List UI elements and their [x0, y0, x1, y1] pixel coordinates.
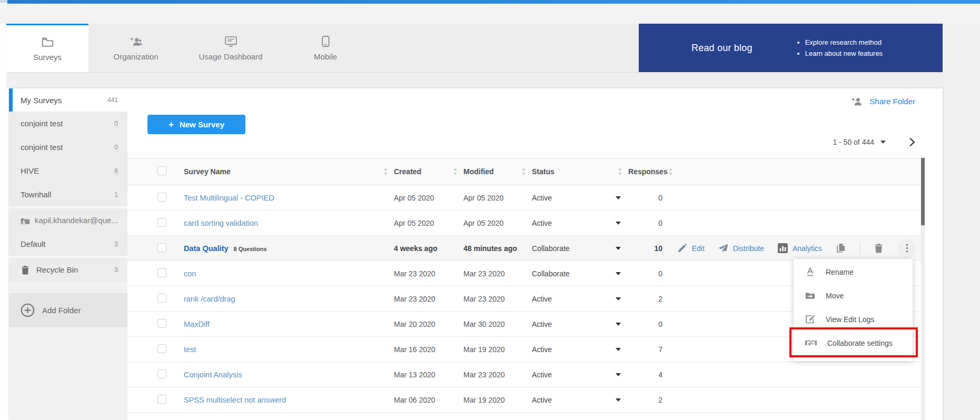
folder-icon: [42, 36, 54, 48]
folder-label: HIVE: [21, 166, 39, 175]
status-dropdown-caret[interactable]: [616, 373, 621, 376]
action-label: Analytics: [793, 244, 822, 253]
created-cell: Mar 20 2020: [394, 320, 463, 328]
select-all-checkbox[interactable]: [157, 166, 166, 175]
row-checkbox-cell: [127, 344, 184, 355]
survey-name-link[interactable]: SPSS multiselect not answerd: [184, 396, 286, 404]
status-cell: Active: [532, 295, 628, 303]
header-status[interactable]: Status: [532, 167, 628, 176]
menu-item-collaborate-settings[interactable]: Collaborate settings: [794, 331, 913, 355]
table-scrollbar[interactable]: [921, 158, 925, 420]
row-checkbox[interactable]: [157, 193, 166, 202]
action-label: Distribute: [733, 244, 764, 253]
sort-icon[interactable]: [383, 168, 389, 175]
sidebar-item-default[interactable]: Default 3: [9, 232, 127, 256]
survey-name-link[interactable]: Conjoint Analysis: [184, 371, 242, 379]
survey-name-link[interactable]: rank /card/drag: [184, 295, 235, 303]
survey-name-link[interactable]: card sorting validation: [184, 219, 258, 227]
table-row[interactable]: Conjoint AnalysisMar 13 2020Mar 23 2020A…: [127, 362, 925, 387]
status-dropdown-caret[interactable]: [616, 398, 621, 402]
tab-usage-dashboard[interactable]: Usage Dashboard: [183, 24, 278, 72]
status-dropdown-caret[interactable]: [616, 348, 621, 351]
survey-name-link[interactable]: con: [184, 269, 196, 278]
status-dropdown-caret[interactable]: [616, 323, 621, 326]
sidebar-item-conjoint-test-1[interactable]: conjoint test 0: [9, 112, 127, 135]
table-row[interactable]: SPSS multiselect not answerdMar 06 2020M…: [127, 387, 925, 413]
modified-cell: Mar 23 2020: [463, 371, 532, 379]
corner-sliver: [0, 0, 7, 3]
delete-survey-button[interactable]: [874, 243, 884, 253]
row-checkbox-cell: [127, 193, 184, 203]
header-modified[interactable]: Modified: [463, 167, 532, 176]
row-checkbox[interactable]: [157, 243, 166, 252]
created-cell: Apr 05 2020: [394, 219, 463, 227]
analytics-action[interactable]: Analytics: [778, 243, 822, 253]
tab-mobile[interactable]: Mobile: [278, 24, 373, 72]
table-row[interactable]: card sorting validationApr 05 2020Apr 05…: [127, 211, 925, 236]
folders-sidebar: My Surveys 441 conjoint test 0 conjoint …: [9, 88, 127, 420]
copy-survey-button[interactable]: [836, 243, 846, 253]
next-page-chevron-icon[interactable]: [909, 137, 915, 147]
status-dropdown-caret[interactable]: [616, 272, 621, 275]
banner-title[interactable]: Read our blog: [691, 43, 753, 54]
row-checkbox[interactable]: [157, 294, 166, 303]
blog-banner[interactable]: Read our blog Explore research method Le…: [639, 24, 943, 72]
sidebar-item-townhall[interactable]: Townhall 1: [9, 183, 127, 206]
survey-name-link[interactable]: Test Multilingual - COPIED: [184, 194, 274, 202]
sidebar-item-hive[interactable]: HIVE 6: [9, 159, 127, 183]
created-cell: Mar 23 2020: [394, 269, 463, 278]
share-folder-button[interactable]: Share Folder: [852, 96, 915, 107]
page-background: [6, 72, 980, 88]
row-checkbox[interactable]: [157, 344, 166, 353]
more-actions-button[interactable]: [897, 239, 916, 258]
sort-icon[interactable]: [617, 168, 623, 175]
tab-organization[interactable]: Organization: [88, 24, 183, 72]
row-checkbox[interactable]: [157, 395, 166, 404]
row-checkbox[interactable]: [157, 268, 166, 277]
survey-name-link[interactable]: test: [184, 345, 196, 354]
menu-item-move[interactable]: Move: [794, 284, 913, 307]
pagination-range[interactable]: 1 - 50 of 444: [833, 138, 874, 146]
row-context-menu: Rename Move View Edit Logs Collaborate s…: [794, 259, 913, 361]
header-responses[interactable]: Responses: [628, 167, 670, 176]
status-dropdown-caret[interactable]: [616, 297, 621, 301]
scrollbar-thumb[interactable]: [921, 158, 925, 225]
header-created[interactable]: Created: [394, 167, 463, 176]
status-dropdown-caret[interactable]: [616, 247, 621, 250]
survey-name-link[interactable]: Data Quality: [184, 244, 229, 253]
edit-action[interactable]: Edit: [677, 243, 705, 253]
status-cell: Collaborate: [532, 244, 628, 253]
distribute-action[interactable]: Distribute: [718, 243, 764, 253]
new-survey-button[interactable]: + New Survey: [147, 115, 245, 134]
table-row[interactable]: Data Quality8 Questions4 weeks ago48 min…: [127, 236, 925, 261]
row-checkbox[interactable]: [157, 369, 166, 378]
table-row[interactable]: Test Multilingual - COPIEDApr 05 2020Apr…: [127, 185, 925, 211]
survey-name-link[interactable]: MaxDiff: [184, 320, 210, 328]
sidebar-item-shared-account[interactable]: kapil.khandekar@que...: [9, 208, 127, 232]
menu-item-rename[interactable]: Rename: [794, 260, 913, 284]
menu-item-label: Collaborate settings: [827, 339, 893, 347]
sort-icon[interactable]: [521, 168, 527, 175]
row-checkbox[interactable]: [157, 319, 166, 328]
rename-icon: [805, 267, 815, 276]
add-folder-button[interactable]: Add Folder: [9, 293, 127, 327]
sidebar-item-recycle-bin[interactable]: Recycle Bin 3: [9, 258, 127, 282]
sidebar-item-conjoint-test-2[interactable]: conjoint test 0: [9, 135, 127, 159]
status-label: Active: [532, 194, 552, 202]
tab-surveys[interactable]: Surveys: [6, 24, 88, 72]
menu-item-view-edit-logs[interactable]: View Edit Logs: [794, 307, 913, 331]
sort-icon[interactable]: [668, 168, 674, 175]
row-checkbox[interactable]: [157, 218, 166, 227]
folder-count: 1: [114, 191, 118, 198]
pagination-caret-icon[interactable]: [880, 141, 886, 144]
sidebar-item-my-surveys[interactable]: My Surveys 441: [9, 88, 127, 112]
sort-icon[interactable]: [452, 168, 458, 175]
status-dropdown-caret[interactable]: [616, 196, 621, 199]
page-background-right: [943, 24, 980, 420]
created-cell: 4 weeks ago: [394, 244, 463, 253]
created-cell: Mar 23 2020: [394, 295, 463, 303]
status-dropdown-caret[interactable]: [616, 222, 621, 225]
folder-count: 441: [107, 96, 118, 104]
header-survey-name[interactable]: Survey Name: [184, 167, 394, 176]
tab-label: Mobile: [314, 52, 337, 61]
